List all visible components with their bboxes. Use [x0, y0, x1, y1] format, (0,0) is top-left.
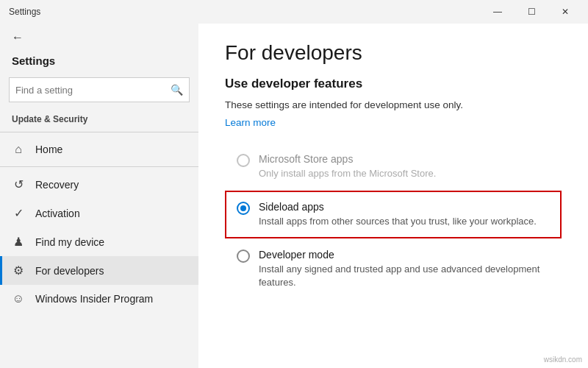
radio-developer-mode [237, 250, 250, 263]
sidebar-item-for-developers[interactable]: ⚙ For developers [0, 256, 198, 285]
developer-mode-text: Developer mode Install any signed and tr… [259, 249, 550, 289]
section-title: Use developer features [225, 77, 562, 91]
windows-insider-icon: ☺ [12, 292, 25, 305]
back-button[interactable]: ← [0, 24, 198, 52]
ms-store-label: Microsoft Store apps [259, 153, 436, 165]
minimize-button[interactable]: — [481, 0, 514, 24]
developer-mode-desc: Install any signed and trusted app and u… [259, 263, 550, 289]
close-button[interactable]: ✕ [548, 0, 582, 24]
sidebar-item-recovery[interactable]: ↺ Recovery [0, 170, 198, 199]
option-developer-mode[interactable]: Developer mode Install any signed and tr… [225, 238, 562, 300]
option-sideload[interactable]: Sideload apps Install apps from other so… [225, 191, 562, 238]
page-title: For developers [225, 41, 562, 65]
titlebar: Settings — ☐ ✕ [0, 0, 588, 24]
sidebar-item-label: For developers [35, 265, 104, 277]
sidebar-item-activation[interactable]: ✓ Activation [0, 199, 198, 227]
find-my-device-icon: ♟ [12, 235, 25, 249]
sidebar-divider2 [0, 166, 198, 167]
recovery-icon: ↺ [12, 177, 25, 191]
sidebar-app-title: Settings [0, 52, 198, 74]
sidebar-divider [0, 132, 198, 132]
option-ms-store: Microsoft Store apps Only install apps f… [225, 143, 562, 191]
content-area: For developers Use developer features Th… [198, 24, 588, 368]
ms-store-desc: Only install apps from the Microsoft Sto… [259, 167, 436, 180]
maximize-button[interactable]: ☐ [514, 0, 548, 24]
search-box[interactable]: 🔍 [9, 77, 190, 102]
search-icon[interactable]: 🔍 [171, 84, 183, 96]
sidebar-item-label: Recovery [35, 179, 79, 191]
sidebar-item-label: Home [35, 144, 62, 155]
radio-sideload [237, 202, 250, 215]
titlebar-controls: — ☐ ✕ [481, 0, 582, 24]
search-input[interactable] [15, 85, 171, 96]
sidebar-item-label: Find my device [35, 236, 104, 248]
developer-mode-label: Developer mode [259, 249, 550, 261]
radio-sideload-inner [240, 205, 246, 211]
sideload-label: Sideload apps [259, 201, 537, 213]
titlebar-left: Settings [9, 7, 40, 17]
sidebar-item-windows-insider[interactable]: ☺ Windows Insider Program [0, 285, 198, 313]
activation-icon: ✓ [12, 206, 25, 220]
sidebar-section-label: Update & Security [0, 111, 198, 129]
sidebar-item-home[interactable]: ⌂ Home [0, 135, 198, 163]
main-layout: ← Settings 🔍 Update & Security ⌂ Home ↺ … [0, 24, 588, 368]
home-icon: ⌂ [12, 143, 25, 156]
sidebar-item-label: Windows Insider Program [35, 293, 153, 305]
sidebar: ← Settings 🔍 Update & Security ⌂ Home ↺ … [0, 24, 198, 368]
option-group: Microsoft Store apps Only install apps f… [225, 143, 562, 300]
for-developers-icon: ⚙ [12, 263, 25, 277]
sideload-text: Sideload apps Install apps from other so… [259, 201, 537, 228]
back-arrow-icon: ← [12, 31, 24, 44]
description-text: These settings are intended for developm… [225, 99, 562, 113]
ms-store-text: Microsoft Store apps Only install apps f… [259, 153, 436, 180]
sidebar-item-find-my-device[interactable]: ♟ Find my device [0, 227, 198, 256]
learn-more-link[interactable]: Learn more [225, 117, 276, 128]
radio-ms-store [237, 154, 250, 167]
titlebar-title: Settings [9, 7, 40, 17]
sideload-desc: Install apps from other sources that you… [259, 215, 537, 228]
sidebar-item-label: Activation [35, 208, 80, 219]
